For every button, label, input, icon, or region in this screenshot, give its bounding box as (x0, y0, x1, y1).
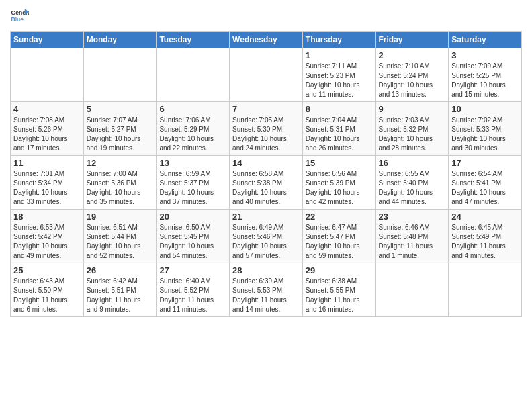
calendar-cell: 24Sunrise: 6:45 AM Sunset: 5:49 PM Dayli… (449, 210, 522, 263)
col-header-friday: Friday (375, 32, 449, 48)
calendar-cell (157, 48, 230, 102)
day-number: 21 (232, 212, 300, 222)
day-info: Sunrise: 6:39 AM Sunset: 5:53 PM Dayligh… (232, 277, 300, 314)
day-number: 19 (87, 212, 154, 222)
calendar-cell: 22Sunrise: 6:47 AM Sunset: 5:47 PM Dayli… (302, 210, 375, 263)
day-info: Sunrise: 6:55 AM Sunset: 5:40 PM Dayligh… (379, 169, 446, 207)
day-info: Sunrise: 6:40 AM Sunset: 5:52 PM Dayligh… (159, 277, 226, 314)
calendar-week-4: 18Sunrise: 6:53 AM Sunset: 5:42 PM Dayli… (11, 210, 522, 263)
day-number: 25 (13, 265, 81, 275)
day-number: 13 (159, 158, 226, 168)
calendar-cell: 14Sunrise: 6:58 AM Sunset: 5:38 PM Dayli… (230, 156, 303, 210)
calendar-cell: 17Sunrise: 6:54 AM Sunset: 5:41 PM Dayli… (449, 156, 522, 210)
day-info: Sunrise: 7:04 AM Sunset: 5:31 PM Dayligh… (306, 116, 373, 153)
calendar-cell: 12Sunrise: 7:00 AM Sunset: 5:36 PM Dayli… (83, 156, 157, 210)
calendar-cell: 10Sunrise: 7:02 AM Sunset: 5:33 PM Dayli… (449, 102, 522, 156)
calendar-header-row: SundayMondayTuesdayWednesdayThursdayFrid… (11, 32, 522, 48)
calendar-week-5: 25Sunrise: 6:43 AM Sunset: 5:50 PM Dayli… (11, 263, 522, 317)
calendar-cell: 26Sunrise: 6:42 AM Sunset: 5:51 PM Dayli… (83, 263, 157, 317)
calendar-cell: 15Sunrise: 6:56 AM Sunset: 5:39 PM Dayli… (302, 156, 375, 210)
day-number: 16 (379, 158, 446, 168)
day-info: Sunrise: 7:00 AM Sunset: 5:36 PM Dayligh… (87, 169, 154, 207)
logo: General Blue (10, 7, 32, 26)
logo-icon: General Blue (10, 7, 29, 26)
day-info: Sunrise: 6:59 AM Sunset: 5:37 PM Dayligh… (159, 169, 226, 207)
day-info: Sunrise: 6:45 AM Sunset: 5:49 PM Dayligh… (451, 223, 519, 261)
day-number: 3 (451, 50, 519, 60)
col-header-saturday: Saturday (449, 32, 522, 48)
day-number: 17 (451, 158, 519, 168)
day-info: Sunrise: 7:01 AM Sunset: 5:34 PM Dayligh… (13, 169, 81, 207)
day-info: Sunrise: 7:02 AM Sunset: 5:33 PM Dayligh… (451, 116, 519, 153)
day-number: 11 (13, 158, 81, 168)
calendar-week-3: 11Sunrise: 7:01 AM Sunset: 5:34 PM Dayli… (11, 156, 522, 210)
day-number: 14 (232, 158, 300, 168)
day-info: Sunrise: 7:05 AM Sunset: 5:30 PM Dayligh… (232, 116, 300, 153)
calendar-cell (83, 48, 157, 102)
calendar-cell: 5Sunrise: 7:07 AM Sunset: 5:27 PM Daylig… (83, 102, 157, 156)
day-info: Sunrise: 6:51 AM Sunset: 5:44 PM Dayligh… (87, 223, 154, 261)
day-number: 5 (87, 104, 154, 114)
day-info: Sunrise: 7:07 AM Sunset: 5:27 PM Dayligh… (87, 116, 154, 153)
calendar-week-2: 4Sunrise: 7:08 AM Sunset: 5:26 PM Daylig… (11, 102, 522, 156)
svg-text:Blue: Blue (11, 16, 24, 23)
calendar-cell: 25Sunrise: 6:43 AM Sunset: 5:50 PM Dayli… (11, 263, 84, 317)
day-info: Sunrise: 6:42 AM Sunset: 5:51 PM Dayligh… (87, 277, 154, 314)
calendar-cell: 16Sunrise: 6:55 AM Sunset: 5:40 PM Dayli… (375, 156, 449, 210)
day-number: 27 (159, 265, 226, 275)
day-info: Sunrise: 6:38 AM Sunset: 5:55 PM Dayligh… (306, 277, 373, 314)
calendar-cell (230, 48, 303, 102)
day-info: Sunrise: 6:56 AM Sunset: 5:39 PM Dayligh… (306, 169, 373, 207)
calendar-cell: 27Sunrise: 6:40 AM Sunset: 5:52 PM Dayli… (157, 263, 230, 317)
calendar-cell: 23Sunrise: 6:46 AM Sunset: 5:48 PM Dayli… (375, 210, 449, 263)
day-info: Sunrise: 7:06 AM Sunset: 5:29 PM Dayligh… (159, 116, 226, 153)
day-number: 4 (13, 104, 81, 114)
day-number: 23 (379, 212, 446, 222)
day-info: Sunrise: 6:49 AM Sunset: 5:46 PM Dayligh… (232, 223, 300, 261)
calendar-cell (11, 48, 84, 102)
day-number: 7 (232, 104, 300, 114)
day-number: 28 (232, 265, 300, 275)
day-info: Sunrise: 6:43 AM Sunset: 5:50 PM Dayligh… (13, 277, 81, 314)
day-number: 22 (306, 212, 373, 222)
day-number: 6 (159, 104, 226, 114)
calendar-week-1: 1Sunrise: 7:11 AM Sunset: 5:23 PM Daylig… (11, 48, 522, 102)
col-header-tuesday: Tuesday (157, 32, 230, 48)
calendar-cell: 6Sunrise: 7:06 AM Sunset: 5:29 PM Daylig… (157, 102, 230, 156)
calendar-cell: 9Sunrise: 7:03 AM Sunset: 5:32 PM Daylig… (375, 102, 449, 156)
day-number: 8 (306, 104, 373, 114)
calendar-cell: 20Sunrise: 6:50 AM Sunset: 5:45 PM Dayli… (157, 210, 230, 263)
calendar-cell: 13Sunrise: 6:59 AM Sunset: 5:37 PM Dayli… (157, 156, 230, 210)
calendar-cell: 2Sunrise: 7:10 AM Sunset: 5:24 PM Daylig… (375, 48, 449, 102)
day-number: 24 (451, 212, 519, 222)
day-info: Sunrise: 7:08 AM Sunset: 5:26 PM Dayligh… (13, 116, 81, 153)
calendar-table: SundayMondayTuesdayWednesdayThursdayFrid… (10, 31, 522, 317)
day-info: Sunrise: 6:50 AM Sunset: 5:45 PM Dayligh… (159, 223, 226, 261)
day-number: 15 (306, 158, 373, 168)
calendar-cell: 11Sunrise: 7:01 AM Sunset: 5:34 PM Dayli… (11, 156, 84, 210)
day-info: Sunrise: 6:54 AM Sunset: 5:41 PM Dayligh… (451, 169, 519, 207)
calendar-cell: 19Sunrise: 6:51 AM Sunset: 5:44 PM Dayli… (83, 210, 157, 263)
calendar-cell: 1Sunrise: 7:11 AM Sunset: 5:23 PM Daylig… (302, 48, 375, 102)
calendar-cell: 3Sunrise: 7:09 AM Sunset: 5:25 PM Daylig… (449, 48, 522, 102)
calendar-cell: 21Sunrise: 6:49 AM Sunset: 5:46 PM Dayli… (230, 210, 303, 263)
day-number: 20 (159, 212, 226, 222)
day-number: 18 (13, 212, 81, 222)
day-number: 10 (451, 104, 519, 114)
calendar-cell: 28Sunrise: 6:39 AM Sunset: 5:53 PM Dayli… (230, 263, 303, 317)
calendar-cell: 29Sunrise: 6:38 AM Sunset: 5:55 PM Dayli… (302, 263, 375, 317)
col-header-monday: Monday (83, 32, 157, 48)
col-header-thursday: Thursday (302, 32, 375, 48)
day-number: 9 (379, 104, 446, 114)
page-header: General Blue (10, 7, 522, 26)
day-number: 2 (379, 50, 446, 60)
col-header-sunday: Sunday (11, 32, 84, 48)
day-number: 26 (87, 265, 154, 275)
day-info: Sunrise: 6:53 AM Sunset: 5:42 PM Dayligh… (13, 223, 81, 261)
day-info: Sunrise: 6:47 AM Sunset: 5:47 PM Dayligh… (306, 223, 373, 261)
day-number: 12 (87, 158, 154, 168)
calendar-cell: 8Sunrise: 7:04 AM Sunset: 5:31 PM Daylig… (302, 102, 375, 156)
calendar-cell (449, 263, 522, 317)
page-container: General Blue SundayMondayTuesdayWednesda… (0, 0, 532, 320)
day-info: Sunrise: 6:46 AM Sunset: 5:48 PM Dayligh… (379, 223, 446, 261)
